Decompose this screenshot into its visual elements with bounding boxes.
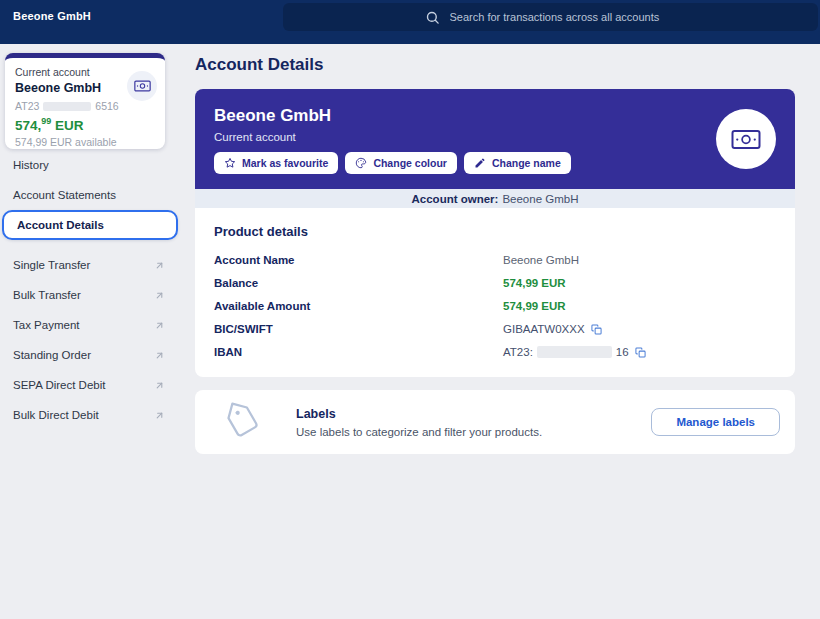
detail-label: IBAN	[214, 346, 503, 358]
arrow-up-right-icon	[154, 260, 165, 271]
account-balance: 574,99 EUR	[15, 116, 155, 133]
labels-description: Use labels to categorize and filter your…	[296, 426, 542, 438]
iban-prefix: AT23:	[503, 346, 533, 358]
sidebar-item-label: Single Transfer	[13, 259, 90, 271]
detail-value: 574,99 EUR	[503, 277, 566, 289]
iban-prefix: AT23	[15, 100, 39, 112]
account-owner-value: Beeone GmbH	[502, 193, 578, 205]
sidebar-item-label: Account Details	[17, 219, 104, 231]
copy-icon[interactable]	[635, 347, 646, 358]
sidebar-item-account-statements[interactable]: Account Statements	[0, 180, 180, 210]
detail-label: Account Name	[214, 254, 503, 266]
global-search[interactable]	[283, 3, 818, 31]
mark-as-favourite-button[interactable]: Mark as favourite	[214, 152, 338, 174]
labels-card: Labels Use labels to categorize and filt…	[195, 390, 795, 454]
balance-integer: 574,	[15, 118, 41, 133]
iban-suffix: 6516	[95, 100, 118, 112]
sidebar-item-single-transfer[interactable]: Single Transfer	[0, 250, 180, 280]
detail-label: BIC/SWIFT	[214, 323, 503, 335]
banknote-icon	[127, 71, 157, 101]
sidebar-item-label: Bulk Transfer	[13, 289, 81, 301]
sidebar-item-tax-payment[interactable]: Tax Payment	[0, 310, 180, 340]
menu-divider-gap	[0, 240, 180, 250]
search-icon	[425, 10, 440, 25]
sidebar-item-bulk-transfer[interactable]: Bulk Transfer	[0, 280, 180, 310]
detail-value: Beeone GmbH	[503, 254, 579, 266]
detail-label: Available Amount	[214, 300, 503, 312]
arrow-up-right-icon	[154, 410, 165, 421]
detail-value: 574,99 EUR	[503, 300, 566, 312]
detail-row-iban: IBAN AT23: 16	[214, 345, 776, 359]
arrow-up-right-icon	[154, 290, 165, 301]
top-navigation-bar: Beeone GmbH	[0, 0, 820, 44]
main-content: Account Details Beeone GmbH Current acco…	[195, 55, 795, 454]
detail-row-bic-swift: BIC/SWIFT GIBAATW0XXX	[214, 322, 776, 336]
iban-redacted-segment	[43, 102, 91, 111]
account-iban-masked: AT23 6516	[15, 100, 155, 112]
detail-value: GIBAATW0XXX	[503, 323, 602, 335]
product-details-card: Product details Account Name Beeone GmbH…	[195, 208, 795, 377]
detail-value: AT23: 16	[503, 346, 646, 358]
detail-row-balance: Balance 574,99 EUR	[214, 276, 776, 290]
detail-row-available-amount: Available Amount 574,99 EUR	[214, 299, 776, 313]
button-label: Change colour	[373, 157, 447, 169]
banknote-icon	[716, 109, 776, 169]
button-label: Mark as favourite	[242, 157, 328, 169]
copy-icon[interactable]	[591, 324, 602, 335]
manage-labels-button[interactable]: Manage labels	[651, 408, 780, 436]
labels-title: Labels	[296, 407, 542, 421]
arrow-up-right-icon	[154, 380, 165, 391]
sidebar-item-label: Tax Payment	[13, 319, 79, 331]
sidebar-item-label: History	[13, 159, 49, 171]
bic-value: GIBAATW0XXX	[503, 323, 585, 335]
hero-account-type: Current account	[214, 131, 795, 143]
sidebar-item-history[interactable]: History	[0, 150, 180, 180]
change-colour-button[interactable]: Change colour	[345, 152, 457, 174]
search-input[interactable]	[448, 10, 677, 24]
pencil-icon	[474, 157, 486, 169]
account-owner-bar: Account owner: Beeone GmbH	[195, 189, 795, 208]
available-amount-label: 574,99 EUR available	[15, 136, 155, 148]
iban-redacted-segment	[537, 346, 612, 358]
arrow-up-right-icon	[154, 320, 165, 331]
sidebar-item-label: Account Statements	[13, 189, 116, 201]
page-title: Account Details	[195, 55, 795, 75]
hero-account-name: Beeone GmbH	[214, 89, 795, 126]
button-label: Change name	[492, 157, 561, 169]
sidebar-item-standing-order[interactable]: Standing Order	[0, 340, 180, 370]
palette-icon	[355, 157, 367, 169]
account-hero-card: Beeone GmbH Current account Mark as favo…	[195, 89, 795, 189]
sidebar-item-label: Standing Order	[13, 349, 91, 361]
sidebar-item-sepa-direct-debit[interactable]: SEPA Direct Debit	[0, 370, 180, 400]
account-owner-label: Account owner:	[412, 193, 499, 205]
tag-icon	[221, 400, 265, 444]
sidebar-item-label: SEPA Direct Debit	[13, 379, 105, 391]
sidebar-item-bulk-direct-debit[interactable]: Bulk Direct Debit	[0, 400, 180, 430]
change-name-button[interactable]: Change name	[464, 152, 571, 174]
sidebar-item-label: Bulk Direct Debit	[13, 409, 99, 421]
iban-suffix: 16	[616, 346, 629, 358]
sidebar-item-account-details[interactable]: Account Details	[2, 210, 178, 240]
arrow-up-right-icon	[154, 350, 165, 361]
account-summary-card[interactable]: Current account Beeone GmbH AT23 6516 57…	[5, 53, 165, 149]
hero-actions: Mark as favourite Change colour	[214, 152, 795, 174]
balance-currency: EUR	[55, 118, 84, 133]
balance-decimals: 99	[41, 116, 51, 126]
sidebar-menu: History Account Statements Account Detai…	[0, 150, 180, 430]
labels-text-block: Labels Use labels to categorize and filt…	[296, 407, 542, 438]
detail-row-account-name: Account Name Beeone GmbH	[214, 253, 776, 267]
app-brand-title: Beeone GmbH	[13, 10, 91, 22]
star-icon	[224, 157, 236, 169]
product-details-title: Product details	[214, 224, 776, 239]
detail-label: Balance	[214, 277, 503, 289]
